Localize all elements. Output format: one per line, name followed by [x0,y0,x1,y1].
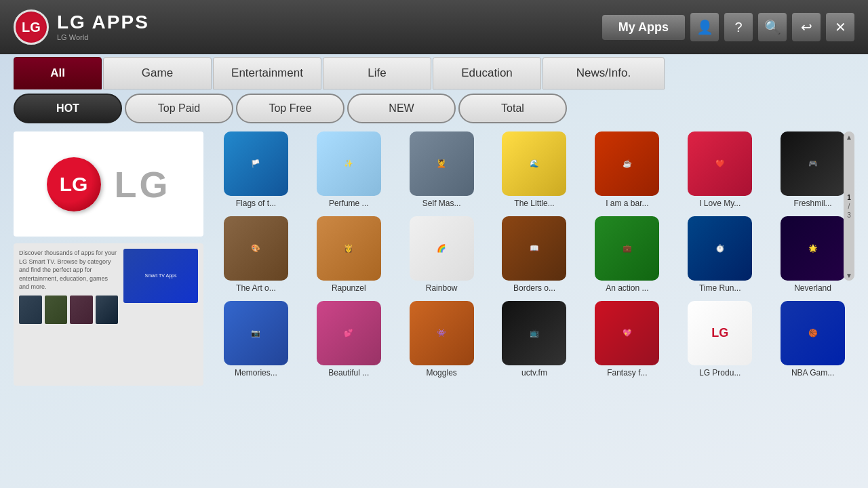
scroll-page-1: 1 [847,194,851,201]
user-icon: 👤 [696,19,713,35]
help-icon-button[interactable]: ? [724,13,753,41]
app-icon-selfmas: 💆 [410,131,474,196]
featured-small-thumbnails [19,296,118,324]
app-label-fantasy: Fantasy f... [607,368,647,378]
app-icon-freshml: 🎮 [781,131,845,196]
app-label-borders: Borders o... [513,283,555,293]
app-subtitle: LG World [57,33,149,41]
app-icon-rainbow: 🌈 [410,216,474,281]
sort-topfree[interactable]: Top Free [236,94,344,123]
app-icon-lgprodu: LG [688,301,752,365]
list-item[interactable]: 📺 uctv.fm [493,301,576,378]
list-item[interactable]: 🏳️ Flags of t... [214,131,298,208]
app-label-uctv: uctv.fm [521,368,547,378]
app-label-moggles: Moggles [426,368,456,378]
lg-big-circle: LG [47,157,101,211]
scroll-page-total: 3 [847,211,851,219]
tab-game[interactable]: Game [103,57,212,89]
apps-area: 🏳️ Flags of t... ✨ Perfume ... 💆 Self Ma… [214,131,854,469]
app-label-ilovemy: I Love My... [699,199,741,208]
header-title-block: LG APPS LG World [57,13,149,41]
sort-new[interactable]: NEW [347,94,456,123]
app-label-memories: Memories... [235,368,277,378]
app-icon-action: 💼 [595,216,659,281]
tab-all[interactable]: All [14,57,102,89]
list-item[interactable]: ☕ I am a bar... [585,131,669,208]
featured-banner-bottom[interactable]: Smart TV Apps Discover thousands of apps… [14,243,203,386]
app-label-nba: NBA Gam... [791,368,834,378]
close-icon-button[interactable]: ✕ [826,13,854,41]
list-item[interactable]: 💼 An action ... [585,216,669,293]
list-item[interactable]: 🎮 Freshmil... [771,131,854,208]
app-icon-nba: 🏀 [781,301,845,365]
list-item[interactable]: 🌈 Rainbow [400,216,484,293]
list-item[interactable]: 💖 Fantasy f... [585,301,669,378]
app-label-action: An action ... [606,283,648,293]
app-label-beautiful: Beautiful ... [328,368,369,378]
back-icon-button[interactable]: ↩ [792,13,821,41]
app-icon-uctv: 📺 [502,301,566,365]
featured-bottom-content: Smart TV Apps Discover thousands of apps… [14,243,203,329]
list-item[interactable]: ✨ Perfume ... [307,131,391,208]
app-label-nevland: Neverland [794,283,831,293]
header-right: My Apps 👤 ? 🔍 ↩ ✕ [602,13,854,41]
sort-total[interactable]: Total [458,94,567,123]
app-icon-beautiful: 💕 [317,301,381,365]
featured-thumbnail: Smart TV Apps [123,249,198,303]
app-label-lgprodu: LG Produ... [699,368,741,378]
app-icon-perfume: ✨ [317,131,381,196]
app-icon-memories: 📷 [224,301,288,365]
app-icon-nevland: 🌟 [781,216,845,281]
list-item[interactable]: 📷 Memories... [214,301,298,378]
tab-life[interactable]: Life [323,57,431,89]
app-label-timerun: Time Run... [699,283,741,293]
list-item[interactable]: 🏀 NBA Gam... [771,301,854,378]
back-icon: ↩ [801,19,812,35]
my-apps-button[interactable]: My Apps [602,15,685,40]
list-item[interactable]: 📖 Borders o... [493,216,576,293]
scroll-down-button[interactable]: ▼ [844,270,854,281]
list-item[interactable]: ⏱️ Time Run... [678,216,762,293]
app-label-rapunzel: Rapunzel [332,283,366,293]
app-icon-moggles: 👾 [410,301,474,365]
sort-toppaid[interactable]: Top Paid [125,94,233,123]
thumb-4 [96,296,119,324]
list-item[interactable]: 🎨 The Art o... [214,216,298,293]
scroll-up-button[interactable]: ▲ [844,131,854,142]
thumb-3 [70,296,93,324]
tab-entertainment[interactable]: Entertainment [213,57,321,89]
tab-education[interactable]: Education [433,57,541,89]
list-item[interactable]: 👸 Rapunzel [307,216,391,293]
tab-newsinfo[interactable]: News/Info. [542,57,665,89]
app-label-flags: Flags of t... [236,199,276,208]
app-label-barista: I am a bar... [606,199,648,208]
sort-hot[interactable]: HOT [14,94,122,123]
apps-grid: 🏳️ Flags of t... ✨ Perfume ... 💆 Self Ma… [214,131,854,378]
close-icon: ✕ [835,19,846,35]
list-item[interactable]: 🌊 The Little... [493,131,576,208]
app-icon-rapunzel: 👸 [317,216,381,281]
app-icon-barista: ☕ [595,131,659,196]
search-icon-button[interactable]: 🔍 [758,13,787,41]
list-item[interactable]: ❤️ I Love My... [678,131,762,208]
sort-tabs: HOT Top Paid Top Free NEW Total [0,94,868,123]
list-item[interactable]: 🌟 Neverland [771,216,854,293]
search-icon: 🔍 [764,19,781,35]
list-item[interactable]: 💕 Beautiful ... [307,301,391,378]
list-item[interactable]: 💆 Self Mas... [400,131,484,208]
app-label-rainbow: Rainbow [426,283,458,293]
app-icon-flags: 🏳️ [224,131,288,196]
left-panel: LG LG Smart TV Apps Discover thousands o… [14,131,203,469]
category-tabs: All Game Entertainment Life Education Ne… [0,57,868,89]
featured-banner-top: LG LG [14,131,203,237]
app-label-perfume: Perfume ... [329,199,369,208]
list-item[interactable]: LG LG Produ... [678,301,762,378]
scroll-page-numbers: 1 / 3 [847,142,851,270]
lg-big-logo: LG LG [47,157,171,211]
app-label-artof: The Art o... [236,283,276,293]
list-item[interactable]: 👾 Moggles [400,301,484,378]
user-icon-button[interactable]: 👤 [690,13,719,41]
app-label-selfmas: Self Mas... [422,199,461,208]
main-content: LG LG Smart TV Apps Discover thousands o… [0,123,868,477]
app-label-freshml: Freshmil... [794,199,832,208]
